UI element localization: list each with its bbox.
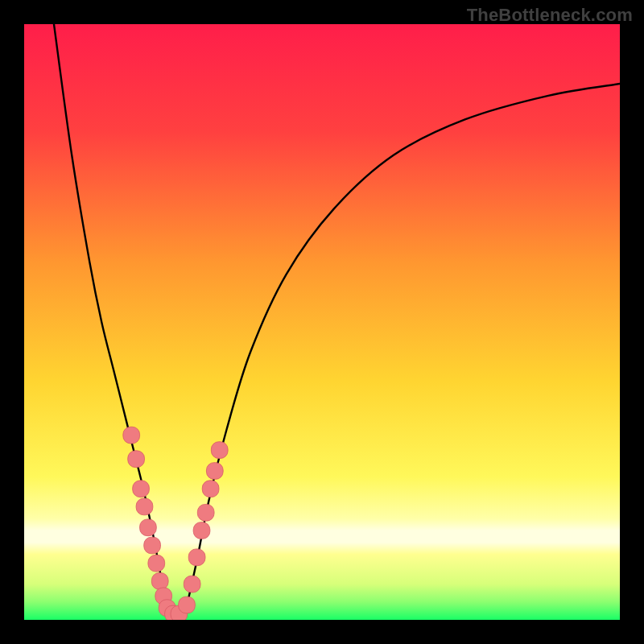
data-marker bbox=[193, 522, 210, 539]
data-marker bbox=[123, 427, 140, 444]
data-marker bbox=[148, 555, 165, 572]
data-marker bbox=[206, 463, 223, 480]
plot-area bbox=[24, 24, 620, 620]
data-marker bbox=[179, 597, 196, 613]
data-marker bbox=[184, 576, 200, 592]
data-marker bbox=[197, 504, 214, 521]
data-marker bbox=[133, 481, 150, 497]
data-marker bbox=[202, 481, 219, 497]
data-marker bbox=[140, 519, 157, 536]
data-marker bbox=[211, 442, 228, 459]
data-marker bbox=[188, 549, 205, 566]
data-marker bbox=[151, 573, 168, 590]
curve-right-branch bbox=[185, 84, 620, 614]
data-marker bbox=[136, 498, 153, 515]
curve-layer bbox=[24, 24, 620, 620]
data-markers bbox=[123, 427, 228, 620]
chart-frame: TheBottleneck.com bbox=[0, 0, 644, 644]
data-marker bbox=[144, 537, 161, 554]
data-marker bbox=[128, 451, 145, 468]
watermark-text: TheBottleneck.com bbox=[467, 5, 633, 26]
